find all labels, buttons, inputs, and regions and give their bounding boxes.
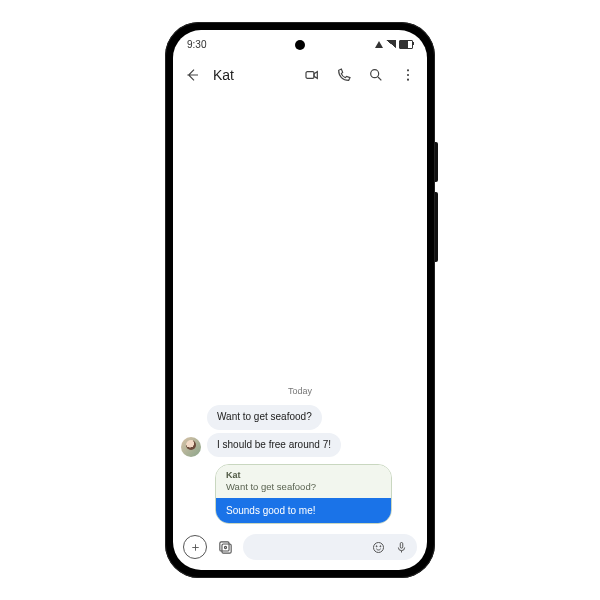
side-button xyxy=(435,192,438,262)
incoming-bubble[interactable]: I should be free around 7! xyxy=(207,433,341,458)
svg-point-10 xyxy=(380,545,381,546)
quoted-sender: Kat xyxy=(226,470,381,480)
screen: 9:30 Kat xyxy=(173,30,427,570)
composer xyxy=(173,528,427,570)
add-attachment-button[interactable] xyxy=(183,535,207,559)
back-icon[interactable] xyxy=(183,66,201,84)
avatar[interactable] xyxy=(181,437,201,457)
wifi-icon xyxy=(375,41,383,48)
outgoing-reply-bubble[interactable]: Sounds good to me! xyxy=(216,498,391,523)
phone-call-icon[interactable] xyxy=(335,66,353,84)
more-icon[interactable] xyxy=(399,66,417,84)
quoted-preview: Kat Want to get seafood? xyxy=(216,465,391,498)
status-time: 9:30 xyxy=(187,39,206,50)
message-row: I should be free around 7! xyxy=(181,433,419,458)
message-row: Want to get seafood? xyxy=(181,405,419,430)
gallery-button[interactable] xyxy=(215,537,235,557)
svg-point-4 xyxy=(407,79,409,81)
svg-point-1 xyxy=(371,70,379,78)
incoming-bubble[interactable]: Want to get seafood? xyxy=(207,405,322,430)
svg-point-8 xyxy=(374,542,384,552)
message-list[interactable]: Today Want to get seafood? I should be f… xyxy=(173,92,427,528)
front-camera xyxy=(295,40,305,50)
svg-rect-0 xyxy=(306,72,314,79)
conversation-title[interactable]: Kat xyxy=(213,67,293,83)
date-separator: Today xyxy=(181,386,419,396)
search-icon[interactable] xyxy=(367,66,385,84)
signal-icon xyxy=(386,40,396,48)
svg-point-9 xyxy=(376,545,377,546)
side-button xyxy=(435,142,438,182)
svg-point-7 xyxy=(224,546,226,548)
reply-preview-card[interactable]: Kat Want to get seafood? Sounds good to … xyxy=(215,464,392,524)
svg-rect-11 xyxy=(400,542,403,548)
svg-point-2 xyxy=(407,69,409,71)
app-bar: Kat xyxy=(173,58,427,92)
battery-icon xyxy=(399,40,413,49)
quoted-text: Want to get seafood? xyxy=(226,481,381,492)
message-input[interactable] xyxy=(243,534,417,560)
phone-frame: 9:30 Kat xyxy=(165,22,435,578)
svg-point-3 xyxy=(407,74,409,76)
emoji-icon[interactable] xyxy=(371,540,386,555)
video-call-icon[interactable] xyxy=(303,66,321,84)
mic-icon[interactable] xyxy=(394,540,409,555)
